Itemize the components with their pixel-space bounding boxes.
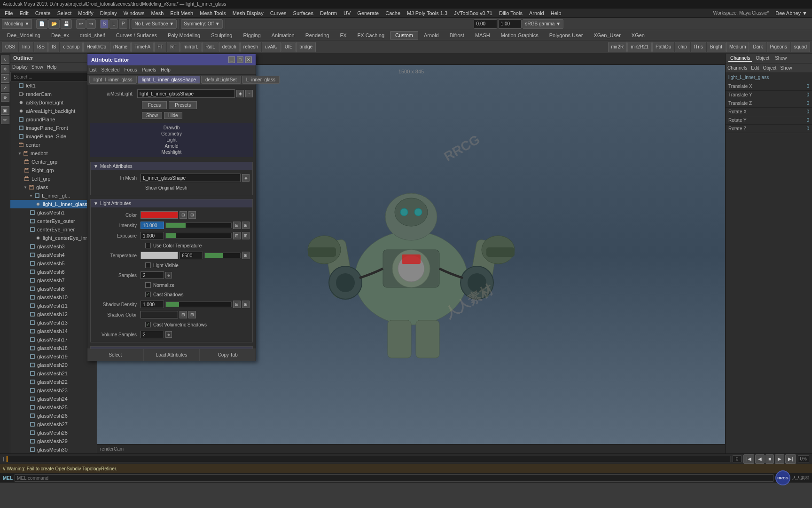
outliner-help[interactable]: Help — [47, 64, 57, 70]
tab-bifrost[interactable]: Bifrost — [445, 31, 469, 40]
outliner-item[interactable]: glassMesh17 — [10, 335, 97, 344]
temp-input[interactable] — [180, 252, 203, 259]
menu-help[interactable]: Help — [548, 10, 564, 16]
menu-mesh-display[interactable]: Mesh Display — [230, 10, 266, 16]
next-key-btn[interactable]: ▶| — [785, 454, 796, 464]
tab-sculpting[interactable]: Sculpting — [206, 31, 237, 40]
expand-arrow[interactable]: ▼ — [23, 185, 27, 190]
outliner-item[interactable]: glassMesh18 — [10, 344, 97, 352]
outliner-item[interactable]: ▼glass — [10, 183, 97, 191]
tab-arnold[interactable]: Arnold — [419, 31, 444, 40]
drawdb-drawdb[interactable]: Drawdb — [92, 125, 251, 131]
outliner-item[interactable]: glassMesh1 — [10, 208, 97, 217]
tab-dee-ex[interactable]: Dee_ex — [46, 31, 74, 40]
object-tab[interactable]: Object — [754, 55, 771, 62]
drawdb-meshlight[interactable]: Meshlight — [92, 149, 251, 155]
outliner-display[interactable]: Display — [12, 64, 28, 70]
shelf-mir2r21[interactable]: mir2R21 — [627, 42, 652, 52]
save-btn[interactable]: 💾 — [61, 19, 72, 29]
new-btn[interactable]: 📄 — [36, 19, 47, 29]
tab-fx-caching[interactable]: FX Caching — [352, 31, 390, 40]
drawdb-arnold[interactable]: Arnold — [92, 143, 251, 149]
outliner-item[interactable]: glassMesh25 — [10, 403, 97, 412]
presets-btn[interactable]: Presets — [169, 101, 197, 109]
intensity-connect-btn[interactable]: ⊟ — [233, 222, 241, 229]
color-extra-btn[interactable]: ⊞ — [188, 211, 196, 219]
menu-mesh[interactable]: Mesh — [148, 10, 166, 16]
shadow-density-slider[interactable] — [165, 302, 232, 307]
copy-tab-btn[interactable]: Copy Tab — [200, 349, 256, 361]
menu-surfaces[interactable]: Surfaces — [290, 10, 316, 16]
shelf-is[interactable]: IS — [48, 42, 59, 52]
samples-input[interactable] — [141, 271, 164, 279]
shelf-pigeons[interactable]: Pigeons — [767, 42, 790, 52]
menu-deform[interactable]: Deform — [317, 10, 340, 16]
exposure-connect-btn[interactable]: ⊟ — [233, 232, 241, 239]
lasso-mode[interactable]: ▣ — [1, 106, 9, 115]
mesh-light-browse-btn[interactable]: ◈ — [236, 90, 244, 97]
outliner-item[interactable]: glassMesh21 — [10, 369, 97, 378]
menu-create[interactable]: Create — [32, 10, 54, 16]
tab-rigging[interactable]: Rigging — [238, 31, 265, 40]
menu-mj-poly[interactable]: MJ Poly Tools 1.3 — [404, 10, 450, 16]
outliner-item[interactable]: imagePlane_Front — [10, 124, 97, 132]
outliner-item[interactable]: glassMesh5 — [10, 259, 97, 268]
tab-poly-modeling[interactable]: Poly Modeling — [163, 31, 205, 40]
shadow-color-connect[interactable]: ⊟ — [180, 311, 187, 318]
menu-arnold[interactable]: Arnold — [526, 10, 547, 16]
attr-tab-light[interactable]: light_l_inner_glass — [89, 76, 137, 84]
outliner-item[interactable]: centerEye_inner — [10, 225, 97, 234]
outliner-item[interactable]: Left_grp — [10, 175, 97, 183]
shelf-rt[interactable]: RT — [167, 42, 180, 52]
ch-show[interactable]: Show — [780, 65, 792, 71]
shelf-timefa[interactable]: TimeFA — [131, 42, 154, 52]
tab-fx[interactable]: FX — [335, 31, 351, 40]
menu-dillo[interactable]: Dillo Tools — [496, 10, 525, 16]
menu-file[interactable]: File — [2, 10, 16, 16]
outliner-item[interactable]: Center_grp — [10, 158, 97, 166]
attr-panels[interactable]: Panels — [142, 67, 156, 72]
menu-modify[interactable]: Modify — [75, 10, 96, 16]
tab-animation[interactable]: Animation — [266, 31, 300, 40]
open-btn[interactable]: 📂 — [48, 19, 60, 29]
outliner-item[interactable]: glassMesh12 — [10, 310, 97, 318]
outliner-item[interactable]: centerEye_outer — [10, 217, 97, 225]
intensity-slider[interactable] — [165, 222, 232, 228]
temp-extra-btn[interactable]: ⊞ — [242, 252, 250, 259]
attr-minimize-btn[interactable]: _ — [228, 56, 235, 63]
shelf-ias[interactable]: I&S — [34, 42, 48, 52]
vol-samples-input[interactable] — [141, 331, 164, 338]
outliner-item[interactable]: glassMesh29 — [10, 437, 97, 445]
menu-jv-tool[interactable]: JVToolBox v0.71 — [451, 10, 495, 16]
outliner-item[interactable]: light_centerEye_inner — [10, 234, 97, 242]
outliner-item[interactable]: glassMesh14 — [10, 327, 97, 335]
expand-arrow[interactable]: ▼ — [18, 151, 22, 156]
select-tool[interactable]: S — [100, 19, 109, 29]
outliner-item[interactable]: aiSkyDomeLight — [10, 98, 97, 107]
universal-tool[interactable]: ⊕ — [1, 93, 9, 102]
menu-uv[interactable]: UV — [341, 10, 353, 16]
intensity-extra-btn[interactable]: ⊞ — [242, 222, 250, 229]
rotate-tool[interactable]: ↻ — [1, 74, 9, 83]
paint-mode[interactable]: ✏ — [1, 116, 9, 124]
menu-display[interactable]: Display — [97, 10, 120, 16]
current-frame[interactable]: 0 — [733, 455, 742, 462]
tab-motion-graphics[interactable]: Motion Graphics — [496, 31, 544, 40]
tab-mash[interactable]: MASH — [470, 31, 495, 40]
outliner-item[interactable]: glassMesh6 — [10, 268, 97, 276]
shelf-medium[interactable]: Medium — [726, 42, 750, 52]
expand-arrow[interactable]: ▼ — [29, 194, 33, 198]
tab-custom[interactable]: Custom — [390, 31, 418, 40]
light-section-header[interactable]: ▼ Light Attributes — [91, 199, 252, 207]
temp-slider[interactable] — [204, 253, 241, 258]
use-color-temp-cb[interactable] — [145, 243, 151, 248]
mode-dropdown[interactable]: Modeling ▼ — [2, 19, 32, 29]
tab-droid-shelf[interactable]: droid_shelf — [75, 31, 110, 40]
samples-picker[interactable]: ◆ — [165, 272, 172, 278]
timeline-track[interactable] — [6, 456, 731, 462]
show-tab[interactable]: Show — [773, 55, 789, 62]
mesh-section-header[interactable]: ▼ Mesh Attributes — [91, 162, 252, 170]
color-connect-btn[interactable]: ⊟ — [180, 211, 187, 219]
translate-x-field[interactable]: 0.00 — [474, 19, 497, 29]
drawdb-light[interactable]: Light — [92, 137, 251, 143]
